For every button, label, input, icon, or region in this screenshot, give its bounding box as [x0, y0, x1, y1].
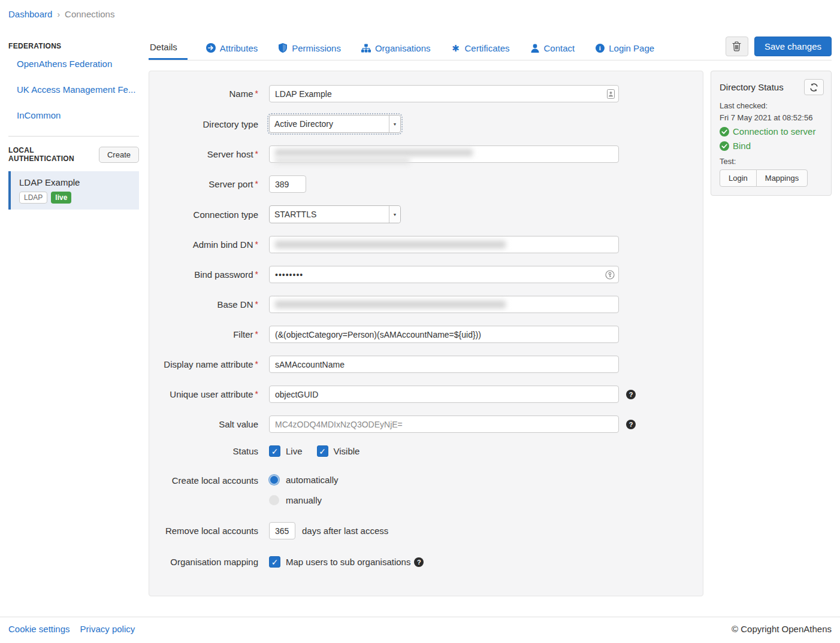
test-mappings-button[interactable]: Mappings: [756, 169, 808, 187]
help-icon[interactable]: ?: [626, 390, 636, 399]
create-local-accounts-row: Create local accounts automatically manu…: [164, 475, 703, 505]
server-port-label: Server port*: [164, 179, 258, 189]
organisation-mapping-label: Organisation mapping: [164, 557, 258, 567]
unique-user-attribute-input[interactable]: [269, 386, 619, 403]
unique-user-attribute-label: Unique user attribute*: [164, 389, 258, 399]
connection-type-label: Connection type: [164, 210, 258, 220]
connection-type-badge: LDAP: [19, 192, 47, 204]
breadcrumb: Dashboard › Connections: [8, 9, 114, 19]
map-users-checkbox[interactable]: ✓: [269, 556, 280, 568]
help-icon[interactable]: ?: [414, 557, 424, 567]
admin-bind-dn-label: Admin bind DN*: [164, 239, 258, 250]
arrow-right-circle-icon: [206, 43, 216, 53]
sidebar-item-uk-access-management[interactable]: UK Access Management Fe...: [17, 84, 139, 95]
server-port-input[interactable]: [269, 175, 306, 193]
required-asterisk: *: [255, 179, 258, 189]
name-input[interactable]: [269, 85, 619, 102]
required-asterisk: *: [255, 299, 258, 309]
tab-login-page[interactable]: i Login Page: [585, 36, 664, 60]
tab-certificates-label: Certificates: [464, 43, 509, 53]
display-name-attribute-input[interactable]: [269, 356, 619, 373]
redacted-value: [275, 149, 473, 156]
tab-permissions[interactable]: Permissions: [268, 36, 351, 60]
automatically-radio[interactable]: [269, 475, 279, 485]
filter-input[interactable]: [269, 326, 619, 343]
manually-radio[interactable]: [269, 495, 279, 505]
trash-icon: [732, 41, 741, 51]
directory-status-title: Directory Status: [720, 82, 784, 92]
sidebar-item-openathens-federation[interactable]: OpenAthens Federation: [17, 59, 139, 69]
salt-value-row: Salt value ?: [164, 415, 703, 433]
remove-local-accounts-suffix: days after last access: [302, 526, 388, 536]
sidebar-divider: [8, 136, 139, 137]
organisation-mapping-row: Organisation mapping ✓ Map users to sub …: [164, 556, 703, 568]
tab-contact[interactable]: Contact: [520, 36, 585, 60]
check-circle-icon: [720, 127, 729, 137]
tab-contact-label: Contact: [544, 43, 575, 53]
tab-login-page-label: Login Page: [609, 43, 654, 53]
visible-checkbox-label: Visible: [334, 446, 360, 456]
breadcrumb-dashboard-link[interactable]: Dashboard: [8, 9, 52, 19]
refresh-icon: [809, 83, 818, 92]
check-circle-icon: [720, 141, 729, 151]
connection-check-label: Connection to server: [733, 126, 815, 137]
tab-organisations[interactable]: Organisations: [351, 36, 441, 60]
bind-password-input[interactable]: [269, 266, 619, 283]
remove-local-accounts-row: Remove local accounts days after last ac…: [164, 522, 703, 539]
directory-type-select[interactable]: Active Directory ▼: [269, 115, 401, 133]
remove-local-accounts-label: Remove local accounts: [164, 526, 258, 536]
privacy-policy-link[interactable]: Privacy policy: [80, 624, 135, 634]
display-name-attribute-label: Display name attribute*: [164, 359, 258, 369]
filter-row: Filter*: [164, 326, 703, 343]
tab-attributes-label: Attributes: [220, 43, 258, 53]
tab-certificates[interactable]: ✱ Certificates: [440, 36, 519, 60]
connection-type-row: Connection type STARTTLS ▼: [164, 205, 703, 223]
person-icon: [530, 43, 540, 53]
tab-details[interactable]: Details: [149, 36, 188, 60]
password-key-icon[interactable]: [605, 270, 615, 280]
refresh-status-button[interactable]: [804, 79, 824, 95]
filter-label: Filter*: [164, 329, 258, 339]
connection-type-select[interactable]: STARTTLS ▼: [269, 205, 401, 223]
bind-password-row: Bind password*: [164, 266, 703, 283]
cookie-settings-link[interactable]: Cookie settings: [8, 624, 70, 634]
sidebar-item-incommon[interactable]: InCommon: [17, 110, 139, 120]
autofill-contact-icon[interactable]: [607, 89, 615, 99]
help-icon[interactable]: ?: [626, 420, 636, 429]
salt-value-input[interactable]: [269, 415, 619, 433]
connection-name: LDAP Example: [19, 177, 132, 187]
delete-connection-button[interactable]: [726, 37, 748, 56]
status-row: Status ✓ Live ✓ Visible: [164, 445, 703, 457]
status-label: Status: [164, 446, 258, 456]
create-local-accounts-label: Create local accounts: [164, 475, 258, 486]
required-asterisk: *: [255, 389, 258, 399]
federations-header: FEDERATIONS: [8, 42, 139, 50]
last-checked-label: Last checked:: [720, 101, 824, 110]
salt-value-label: Salt value: [164, 419, 258, 429]
server-host-label: Server host*: [164, 149, 258, 159]
test-label: Test:: [720, 157, 824, 166]
save-changes-button[interactable]: Save changes: [754, 37, 832, 56]
create-connection-button[interactable]: Create: [99, 147, 139, 163]
remove-local-accounts-input[interactable]: [269, 522, 295, 539]
shield-icon: [278, 43, 288, 53]
details-form-panel: Name* Directory type Active Directory ▼ …: [149, 71, 703, 596]
required-asterisk: *: [255, 89, 258, 98]
name-row: Name*: [164, 85, 703, 102]
required-asterisk: *: [255, 149, 258, 159]
tab-attributes[interactable]: Attributes: [196, 36, 268, 60]
required-asterisk: *: [255, 359, 258, 369]
chevron-down-icon: ▼: [389, 206, 400, 223]
bind-check-label: Bind: [733, 141, 751, 151]
sitemap-icon: [361, 43, 371, 53]
unique-user-attribute-row: Unique user attribute* ?: [164, 386, 703, 403]
live-checkbox[interactable]: ✓: [269, 445, 280, 457]
base-dn-row: Base DN*: [164, 296, 703, 313]
test-login-button[interactable]: Login: [720, 169, 757, 187]
sidebar-item-ldap-example[interactable]: LDAP Example LDAP live: [8, 171, 139, 210]
bind-password-label: Bind password*: [164, 269, 258, 280]
name-label: Name*: [164, 89, 258, 99]
manually-radio-label: manually: [286, 495, 322, 505]
directory-status-panel: Directory Status Last checked: Fri 7 May…: [711, 71, 832, 196]
visible-checkbox[interactable]: ✓: [317, 445, 328, 457]
